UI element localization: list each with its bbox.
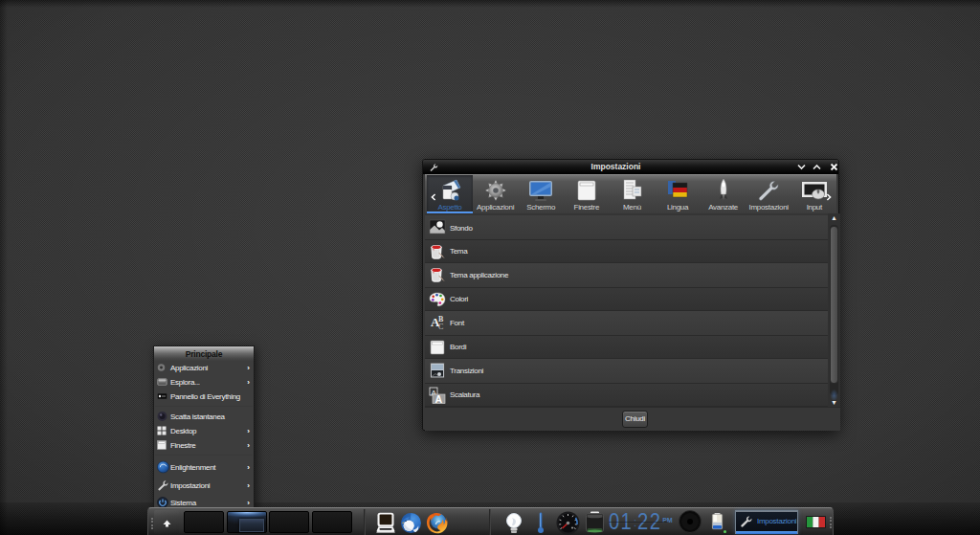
svg-text:C: C	[438, 323, 443, 331]
svg-text:A: A	[435, 392, 443, 404]
